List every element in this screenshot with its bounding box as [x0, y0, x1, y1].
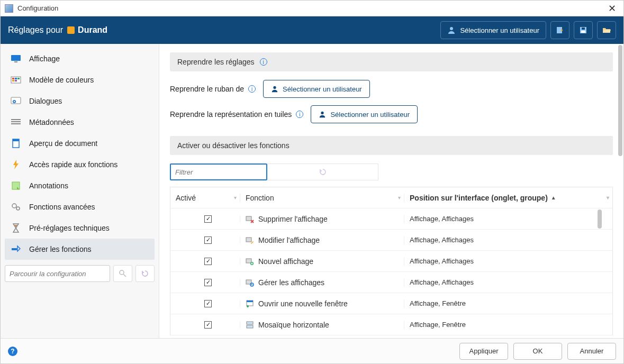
- svg-rect-29: [246, 216, 251, 221]
- checkbox[interactable]: ✓: [204, 215, 212, 223]
- sidebar-search-input[interactable]: [5, 265, 110, 282]
- svg-rect-31: [246, 259, 251, 263]
- hourglass-icon: [10, 223, 22, 233]
- cancel-button[interactable]: Annuler: [567, 343, 616, 360]
- function-position: Affichage, Fenêtre: [410, 299, 466, 307]
- table-row[interactable]: ✓ Supprimer l'affichage Affichage, Affic…: [170, 208, 612, 230]
- column-enabled[interactable]: Activé ▾: [170, 194, 240, 202]
- function-name: Ouvrir une nouvelle fenêtre: [258, 299, 348, 308]
- filter-reset-button[interactable]: [267, 163, 378, 180]
- function-name: Gérer les affichages: [258, 278, 324, 287]
- user-icon: [319, 111, 326, 118]
- user-icon: [271, 85, 278, 93]
- tiles-label: Reprendre la représentation en tuiles: [170, 110, 292, 119]
- sidebar-item-gerer-fonctions[interactable]: Gérer les fonctions: [5, 239, 155, 260]
- gears-icon: [10, 202, 22, 212]
- checkbox[interactable]: ✓: [204, 321, 212, 329]
- function-position: Affichage, Affichages: [410, 278, 474, 286]
- svg-rect-37: [247, 301, 253, 302]
- edit-view-icon: [246, 236, 254, 244]
- sidebar-item-label: Fonctions avancées: [29, 203, 95, 211]
- sidebar-item-couleurs[interactable]: Modèle de couleurs: [5, 69, 155, 90]
- function-name: Supprimer l'affichage: [258, 215, 328, 223]
- functions-table: Activé ▾ Fonction ▾ Position sur l'inter…: [170, 187, 613, 335]
- checkbox[interactable]: ✓: [204, 236, 212, 244]
- svg-rect-6: [14, 61, 17, 62]
- sidebar-item-label: Pré-réglages techniques: [29, 224, 110, 232]
- manage-views-icon: [246, 278, 254, 287]
- svg-rect-8: [12, 78, 14, 79]
- svg-rect-9: [15, 78, 17, 79]
- svg-point-35: [251, 284, 252, 285]
- checkbox[interactable]: ✓: [204, 279, 212, 286]
- help-button[interactable]: ?: [8, 347, 17, 356]
- section-activer-fonctions: Activer ou désactiver les fonctions: [170, 136, 613, 155]
- sidebar-reset-button[interactable]: [135, 265, 155, 282]
- sidebar-item-dialogues[interactable]: Dialogues: [5, 90, 155, 112]
- select-user-ribbon-button[interactable]: Sélectionner un utilisateur: [263, 80, 370, 98]
- svg-rect-18: [11, 123, 21, 124]
- function-name: Modifier l'affichage: [258, 236, 320, 244]
- column-position[interactable]: Position sur l'interface (onglet, groupe…: [404, 194, 612, 202]
- sidebar-item-label: Modèle de couleurs: [29, 76, 94, 84]
- svg-point-22: [12, 204, 16, 208]
- dialog-icon: [10, 96, 22, 106]
- info-icon[interactable]: i: [248, 85, 256, 93]
- reset-icon: [141, 269, 149, 278]
- sidebar: Affichage Modèle de couleurs Dialogues M…: [1, 44, 159, 338]
- close-button[interactable]: ✕: [605, 3, 619, 14]
- palette-icon: [10, 75, 22, 85]
- checkbox[interactable]: ✓: [204, 300, 212, 307]
- sidebar-item-apercu[interactable]: Aperçu de document: [5, 133, 155, 154]
- svg-rect-13: [11, 97, 21, 104]
- main-scrollbar[interactable]: [618, 45, 622, 320]
- new-view-icon: [246, 257, 254, 266]
- svg-rect-17: [11, 121, 21, 122]
- header-action-open[interactable]: [597, 21, 616, 39]
- sidebar-item-annotations[interactable]: Annotations: [5, 175, 155, 196]
- table-row[interactable]: ✓ Nouvel affichage Affichage, Affichages: [170, 251, 612, 272]
- sidebar-item-label: Métadonnées: [29, 118, 74, 126]
- function-name: Nouvel affichage: [258, 257, 313, 266]
- header-username: Durand: [78, 25, 107, 35]
- app-icon: [5, 4, 13, 13]
- select-user-button[interactable]: Sélectionner un utilisateur: [440, 21, 546, 39]
- sidebar-item-label: Gérer les fonctions: [29, 245, 92, 253]
- function-position: Affichage, Fenêtre: [410, 321, 466, 329]
- svg-rect-12: [15, 80, 17, 81]
- sidebar-item-fonctions-avancees[interactable]: Fonctions avancées: [5, 196, 155, 217]
- column-function[interactable]: Fonction ▾: [240, 194, 404, 202]
- search-icon: [119, 269, 127, 278]
- folder-icon: [602, 26, 611, 34]
- table-row[interactable]: ✓ Mosaïque horizontale Affichage, Fenêtr…: [170, 314, 612, 335]
- chevron-down-icon: ▾: [234, 195, 237, 201]
- select-user-tiles-button[interactable]: Sélectionner un utilisateur: [311, 105, 418, 123]
- sidebar-item-acces-rapide[interactable]: Accès rapide aux fonctions: [5, 154, 155, 175]
- svg-rect-24: [12, 248, 17, 250]
- svg-rect-30: [246, 238, 251, 242]
- info-icon[interactable]: i: [260, 58, 267, 66]
- svg-line-26: [123, 274, 126, 277]
- filter-input[interactable]: [170, 163, 267, 180]
- apply-button[interactable]: Appliquer: [459, 343, 508, 360]
- function-name: Mosaïque horizontale: [258, 321, 329, 329]
- svg-point-23: [16, 207, 20, 210]
- table-header: Activé ▾ Fonction ▾ Position sur l'inter…: [170, 187, 612, 208]
- table-scrollbar[interactable]: [598, 210, 602, 229]
- info-icon[interactable]: i: [296, 111, 303, 118]
- table-row[interactable]: ✓ Gérer les affichages Affichage, Affich…: [170, 272, 612, 293]
- table-row[interactable]: ✓ Modifier l'affichage Affichage, Affich…: [170, 230, 612, 251]
- table-row[interactable]: ✓ Ouvrir une nouvelle fenêtre Affichage,…: [170, 293, 612, 314]
- sidebar-item-prereglages[interactable]: Pré-réglages techniques: [5, 217, 155, 239]
- header-action-save[interactable]: [574, 21, 593, 39]
- lightning-icon: [10, 160, 22, 169]
- sort-ascending-icon: ▲: [551, 195, 556, 201]
- header-action-1[interactable]: [550, 21, 569, 39]
- sidebar-search-button[interactable]: [113, 265, 132, 282]
- monitor-icon: [10, 54, 22, 63]
- sidebar-item-affichage[interactable]: Affichage: [5, 48, 155, 69]
- sidebar-item-metadonnees[interactable]: Métadonnées: [5, 112, 155, 133]
- ok-button[interactable]: OK: [513, 343, 562, 360]
- delete-view-icon: [246, 215, 254, 223]
- checkbox[interactable]: ✓: [204, 258, 212, 265]
